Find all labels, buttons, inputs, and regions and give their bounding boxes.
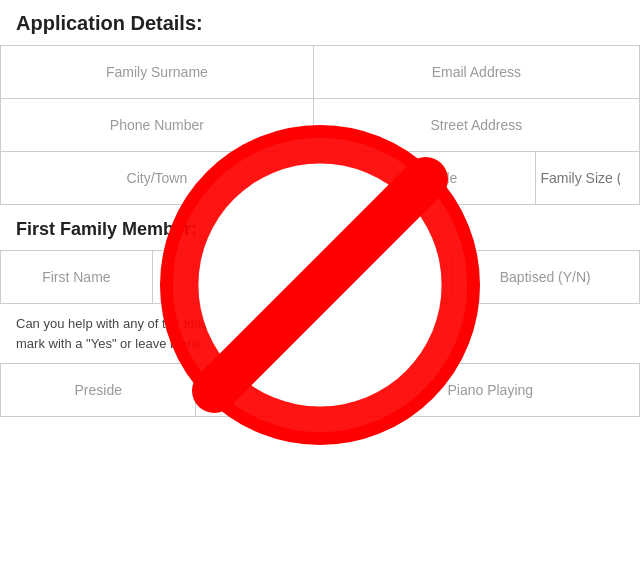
first-name-field[interactable]: First Name [1,251,153,304]
pray-field[interactable]: Pray [196,364,341,417]
family-surname-field[interactable]: Family Surname [1,46,314,99]
family-size-input[interactable] [536,152,639,204]
city-town-field[interactable]: City/Town [1,152,314,205]
post-code-field[interactable]: Post Code [313,152,536,205]
help-text: Can you help with any of the following j… [0,304,640,363]
email-address-field[interactable]: Email Address [313,46,639,99]
jobs-table: Preside Pray Piano Playing [0,363,640,417]
age-at-bibleschool-field[interactable] [152,251,451,304]
application-form-table: Family Surname Email Address Phone Numbe… [0,45,640,205]
member-form-table: First Name Baptised (Y/N) [0,250,640,304]
street-address-field[interactable]: Street Address [313,99,639,152]
family-size-field[interactable] [536,152,640,205]
first-family-member-header: First Family Member: [0,205,640,250]
page-title: Application Details: [0,0,640,45]
piano-playing-field[interactable]: Piano Playing [341,364,639,417]
preside-field[interactable]: Preside [1,364,196,417]
phone-number-field[interactable]: Phone Number [1,99,314,152]
baptised-field[interactable]: Baptised (Y/N) [451,251,639,304]
age-input[interactable] [153,251,451,303]
